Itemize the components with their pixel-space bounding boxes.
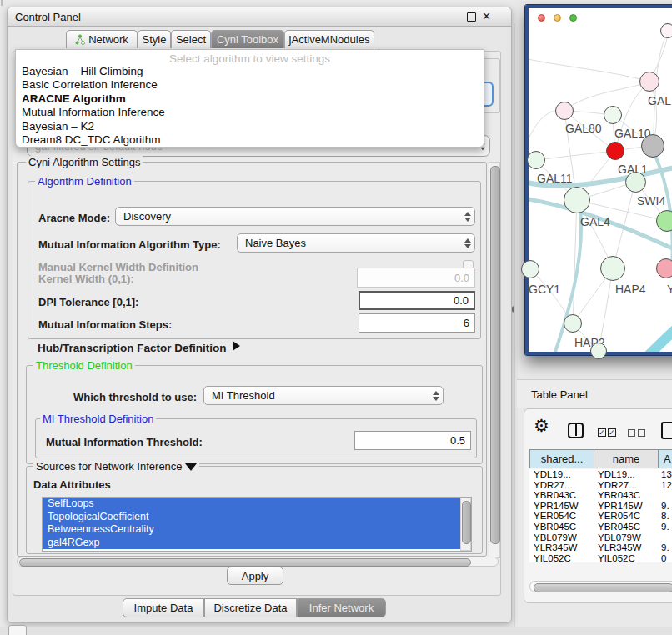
algorithm-option[interactable]: Bayesian – Hill Climbing — [16, 65, 484, 78]
algorithm-option[interactable]: Basic Correlation Inference — [16, 78, 484, 92]
table-scrollbar-horizontal[interactable] — [529, 581, 672, 592]
dpi-tolerance-field[interactable]: 0.0 — [359, 291, 475, 310]
settings-scrollbar-horizontal[interactable] — [17, 557, 499, 567]
new-table-icon[interactable] — [661, 422, 672, 439]
sources-title: Sources for Network Inference — [33, 460, 199, 472]
mi-type-combo[interactable]: Naive Bayes — [237, 233, 475, 252]
attribute-item[interactable]: BetweennessCentrality — [43, 523, 460, 537]
tab-label: Infer Network — [309, 602, 374, 614]
select-all-icon[interactable]: ✓ — [598, 428, 606, 437]
combo-arrows-icon — [461, 212, 474, 222]
network-node[interactable] — [625, 172, 646, 192]
kernel-width-field[interactable]: 0.0 — [357, 268, 475, 288]
dpi-tolerance-label: DPI Tolerance [0,1]: — [38, 296, 138, 308]
network-node[interactable] — [656, 258, 672, 278]
network-node[interactable] — [527, 151, 545, 169]
cell: 9. — [658, 542, 672, 553]
attribute-item[interactable]: SelfLoops — [43, 498, 460, 511]
settings-scrollbar-vertical[interactable] — [489, 162, 500, 558]
cell — [658, 532, 672, 543]
minimized-window-fragment[interactable] — [8, 625, 27, 635]
list-scrollbar-thumb[interactable] — [462, 501, 471, 544]
network-node[interactable] — [521, 260, 539, 278]
cell: YBR045C — [529, 522, 594, 532]
table-row[interactable]: YIL052CYIL052C0 — [529, 553, 672, 562]
select-all-icon2[interactable]: ✓ — [608, 428, 616, 437]
tab-impute-data[interactable]: Impute Data — [123, 598, 204, 618]
algorithm-dropdown-placeholder: Select algorithm to view settings — [16, 50, 484, 65]
settings-scrollbar-thumb[interactable] — [490, 166, 500, 544]
network-node[interactable] — [564, 314, 582, 332]
table-hscrollbar-thumb[interactable] — [534, 583, 672, 592]
tab-cyni-toolbox[interactable]: Cyni Toolbox — [211, 30, 284, 48]
attribute-item[interactable]: TopologicalCoefficient — [43, 511, 460, 524]
which-threshold-combo[interactable]: MI Threshold — [203, 386, 444, 405]
cell: 12 — [658, 480, 672, 491]
columns-icon[interactable] — [568, 422, 584, 438]
cell: YDR27... — [594, 480, 658, 491]
network-node[interactable] — [600, 256, 625, 281]
hub-factor-expander[interactable]: Hub/Transcription Factor Definition — [38, 342, 227, 354]
expander-arrow-icon[interactable] — [233, 341, 240, 351]
mi-steps-field[interactable]: 6 — [359, 313, 475, 332]
column-header-name[interactable]: name — [594, 449, 659, 468]
tab-infer-network[interactable]: Infer Network — [297, 598, 386, 618]
mi-threshold-title: MI Threshold Definition — [40, 412, 156, 425]
network-node[interactable] — [590, 342, 607, 359]
kernel-width-label: Kernel Width (0,1): — [38, 272, 134, 285]
control-panel-titlebar[interactable]: Control Panel ✕ — [8, 8, 511, 27]
control-panel-window: Control Panel ✕ Network Style Select Cyn… — [7, 7, 512, 623]
mi-threshold-field[interactable]: 0.5 — [354, 431, 471, 450]
node-label: GCY1 — [529, 282, 560, 296]
table-row[interactable]: YBL079WYBL079W — [529, 532, 672, 543]
float-window-icon[interactable] — [467, 12, 476, 22]
column-header-shared-name[interactable]: shared... — [529, 449, 594, 468]
network-node[interactable] — [606, 142, 624, 160]
collapse-arrow-icon[interactable] — [185, 463, 197, 471]
table-row[interactable]: YDL19...YDL19...13 — [529, 469, 672, 480]
network-node[interactable] — [604, 106, 622, 124]
column-header-partial[interactable]: A — [658, 449, 672, 468]
table-row[interactable]: YLR345WYLR345W9. — [529, 542, 672, 553]
cell: YPR145W — [529, 501, 594, 512]
network-node[interactable] — [555, 102, 574, 120]
algorithm-option-selected[interactable]: ARACNE Algorithm — [16, 92, 484, 106]
list-scrollbar[interactable] — [460, 498, 471, 551]
algorithm-option[interactable]: Mutual Information Inference — [16, 106, 484, 119]
cyni-algorithm-settings-group: Cyni Algorithm Settings Algorithm Defini… — [17, 162, 487, 557]
table-row[interactable]: YBR043CYBR043C — [529, 490, 672, 501]
network-node[interactable] — [639, 72, 659, 92]
tab-network[interactable]: Network — [66, 30, 138, 48]
network-view-window[interactable]: GAL GAL80 GAL10 GAL1 GAL11 SWI4 GAL4 GCY… — [525, 5, 672, 355]
tab-jactivemnodules[interactable]: jActiveMNodules — [284, 30, 374, 48]
split-divider[interactable] — [514, 23, 515, 627]
deselect-icon[interactable] — [628, 429, 635, 437]
settings-hscrollbar-thumb[interactable] — [19, 558, 471, 567]
tab-select[interactable]: Select — [171, 30, 211, 48]
close-window-icon[interactable]: ✕ — [482, 11, 491, 22]
attribute-item[interactable]: gal4RGexp — [43, 537, 460, 550]
table-row[interactable]: YBR045CYBR045C9. — [529, 522, 672, 532]
apply-button[interactable]: Apply — [227, 567, 283, 585]
gear-icon[interactable]: ⚙ — [534, 416, 549, 436]
table-panel: ⚙ ✓ ✓ shared... name A YDL19...YDL19...1… — [524, 408, 672, 603]
cell: YBR045C — [594, 522, 658, 532]
cell: 9. — [658, 501, 672, 512]
network-node[interactable] — [660, 23, 672, 38]
cell: YLR345W — [529, 542, 594, 553]
network-node[interactable] — [564, 187, 590, 213]
network-node[interactable] — [656, 210, 672, 232]
network-node[interactable] — [641, 134, 664, 158]
table-row[interactable]: YDR27...YDR27...12 — [529, 480, 672, 491]
column-header-label: name — [613, 452, 640, 465]
table-row[interactable]: YPR145WYPR145W9. — [529, 501, 672, 512]
tab-discretize-data[interactable]: Discretize Data — [204, 598, 297, 618]
deselect-icon2[interactable] — [638, 429, 645, 437]
algorithm-option[interactable]: Bayesian – K2 — [16, 120, 484, 133]
aracne-mode-combo[interactable]: Discovery — [115, 207, 475, 226]
combo-arrows-icon — [429, 391, 443, 401]
tab-style[interactable]: Style — [138, 30, 171, 48]
table-row[interactable]: YER054CYER054C8. — [529, 511, 672, 522]
algorithm-option[interactable]: Dream8 DC_TDC Algorithm — [16, 133, 484, 147]
screen-edge-fragment — [1, 0, 3, 6]
